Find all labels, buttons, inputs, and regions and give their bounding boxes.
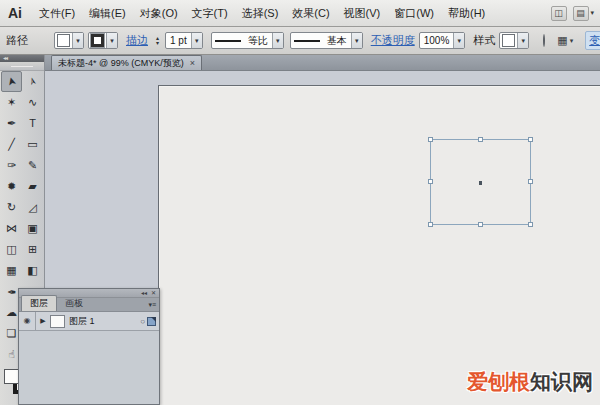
tool-free-transform[interactable]: ▣ [22,218,43,239]
selection-handle-ne[interactable] [528,137,533,142]
chevron-down-icon[interactable]: ▾ [72,33,83,48]
selection-handle-s[interactable] [478,222,483,227]
visibility-eye-icon[interactable]: ◉ [19,312,36,330]
opacity-value: 100% [420,35,454,46]
tool-mesh[interactable]: ▦ [1,260,22,281]
tool-direct-selection[interactable]: ➢ [22,71,43,92]
stroke-profile-line-icon [215,40,241,42]
menu-item-5[interactable]: 效果(C) [285,3,336,24]
artboard[interactable] [158,85,600,405]
document-tab[interactable]: 未标题-4* @ 99% (CMYK/预览) × [51,55,202,70]
close-panel-icon[interactable]: ✕ [151,290,156,296]
selected-art-indicator[interactable] [147,317,156,326]
type-icon: T [29,118,36,129]
recolor-artwork-icon[interactable] [543,34,545,47]
stroke-panel-link[interactable]: 描边 [126,33,148,48]
fill-color-dropdown[interactable]: ▾ [54,32,84,49]
selection-handle-e[interactable] [528,179,533,184]
layer-name[interactable]: 图层 1 [69,315,140,328]
tool-scale[interactable]: ◿ [22,197,43,218]
free-transform-icon: ▣ [27,223,37,234]
selection-icon: ➤ [5,76,18,88]
expand-layer-icon[interactable]: ▶ [36,317,50,325]
tool-selection[interactable]: ➤ [1,71,22,92]
menu-item-3[interactable]: 文字(T) [185,3,235,24]
menu-item-4[interactable]: 选择(S) [235,3,286,24]
document-setup-icon[interactable]: ▦ ▾ [557,34,573,47]
stroke-color-dropdown[interactable]: ▾ [88,32,118,49]
menu-item-8[interactable]: 帮助(H) [441,3,492,24]
arrange-documents-caret-icon[interactable]: ▾ [591,9,595,17]
tool-magic-wand[interactable]: ✶ [1,92,22,113]
chevron-down-icon[interactable]: ▾ [453,33,464,48]
workspace: 未标题-4* @ 99% (CMYK/预览) × ◂◂ [0,55,600,405]
selection-handle-nw[interactable] [428,137,433,142]
opacity-select[interactable]: 100% ▾ [419,32,466,49]
watermark: 爱刨根知识网 [467,368,593,396]
tool-width[interactable]: ⋈ [1,218,22,239]
chevron-down-icon[interactable]: ▾ [517,33,528,48]
tool-rotate[interactable]: ↻ [1,197,22,218]
arrange-documents-icon[interactable]: ▤ [573,6,589,21]
menu-item-0[interactable]: 文件(F) [32,3,82,24]
tool-line-segment[interactable]: ╱ [1,134,22,155]
tool-pencil[interactable]: ✎ [22,155,43,176]
hand-icon: ☝ [8,349,15,360]
layers-panel-tabs: 图层 画板 ▾≡ [19,298,159,312]
chevron-down-icon[interactable]: ▾ [106,33,117,48]
magic-wand-icon: ✶ [7,97,16,108]
shape-builder-icon: ◫ [6,244,16,255]
graphic-style-select[interactable]: ▾ [499,32,529,49]
brush-definition-select[interactable]: 基本 ▾ [290,32,363,49]
line-segment-icon: ╱ [8,139,15,150]
rectangle-icon: ▭ [27,139,37,150]
tools-panel-header[interactable]: ◂◂ [0,55,44,62]
tab-layers[interactable]: 图层 [21,295,57,311]
panel-menu-icon[interactable]: ▾≡ [145,301,159,311]
tab-artboards[interactable]: 画板 [57,296,91,311]
bridge-icon[interactable]: ◫ [551,6,567,21]
menu-item-1[interactable]: 编辑(E) [82,3,133,24]
selection-handle-se[interactable] [528,222,533,227]
stroke-weight-select[interactable]: 1 pt ▾ [165,32,203,49]
chevron-down-icon[interactable]: ▾ [351,33,362,48]
selection-handle-sw[interactable] [428,222,433,227]
stepper-down-icon[interactable]: ▾ [154,41,161,46]
tool-eraser[interactable]: ▰ [22,176,43,197]
menu-item-7[interactable]: 窗口(W) [387,3,441,24]
collapse-panel-icon[interactable]: ◂◂ [141,290,147,296]
transform-panel-link[interactable]: 变换 [585,31,600,50]
tool-gradient[interactable]: ◧ [22,260,43,281]
chevron-down-icon[interactable]: ▾ [272,33,283,48]
chevron-down-icon[interactable]: ▾ [191,33,202,48]
selection-handle-n[interactable] [478,137,483,142]
selection-handle-w[interactable] [428,179,433,184]
direct-selection-icon: ➢ [26,76,39,88]
layer-thumbnail[interactable] [50,315,65,328]
tool-blob-brush[interactable]: ✹ [1,176,22,197]
menu-item-2[interactable]: 对象(O) [133,3,185,24]
menu-item-6[interactable]: 视图(V) [337,3,388,24]
selection-type-label: 路径 [6,33,28,48]
target-circle-icon[interactable]: ○ [140,317,145,326]
width-profile-select[interactable]: 等比 ▾ [211,32,284,49]
tool-lasso[interactable]: ∿ [22,92,43,113]
scale-icon: ◿ [28,202,36,213]
tool-type[interactable]: T [22,113,43,134]
libraries-icon: ▦ [557,34,567,47]
collapse-panel-icon[interactable]: ◂◂ [3,55,7,61]
tool-perspective-grid[interactable]: ⊞ [22,239,43,260]
tool-shape-builder[interactable]: ◫ [1,239,22,260]
gradient-icon: ◧ [27,265,37,276]
tool-rectangle[interactable]: ▭ [22,134,43,155]
opacity-panel-link[interactable]: 不透明度 [371,33,415,48]
brush-definition-value: 基本 [323,34,351,48]
stroke-weight-stepper[interactable]: ▴ ▾ [154,36,161,46]
layer-row[interactable]: ◉ ▶ 图层 1 ○ [19,312,159,331]
close-tab-icon[interactable]: × [190,59,195,68]
tools-panel-grip[interactable] [0,62,44,71]
tool-pen[interactable]: ✒ [1,113,22,134]
tool-paintbrush[interactable]: ✑ [1,155,22,176]
selected-rectangle[interactable] [430,139,531,225]
mesh-icon: ▦ [6,265,16,276]
